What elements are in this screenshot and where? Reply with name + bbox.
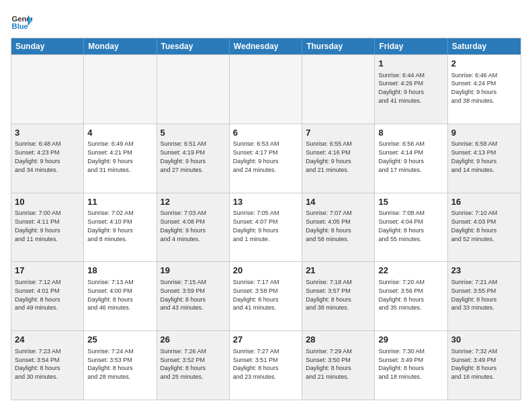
day-number: 10 bbox=[15, 196, 80, 208]
calendar-cell-empty-0-4 bbox=[302, 55, 375, 124]
day-info: Sunrise: 7:30 AM Sunset: 3:49 PM Dayligh… bbox=[378, 348, 425, 380]
calendar-header: SundayMondayTuesdayWednesdayThursdayFrid… bbox=[11, 38, 521, 54]
calendar-row-5: 24Sunrise: 7:23 AM Sunset: 3:54 PM Dayli… bbox=[11, 330, 521, 400]
day-number: 13 bbox=[233, 196, 298, 208]
day-info: Sunrise: 6:56 AM Sunset: 4:14 PM Dayligh… bbox=[378, 140, 425, 173]
calendar-cell-day-2: 2Sunrise: 6:46 AM Sunset: 4:24 PM Daylig… bbox=[448, 55, 521, 124]
day-info: Sunrise: 6:44 AM Sunset: 4:26 PM Dayligh… bbox=[378, 72, 425, 104]
day-number: 21 bbox=[306, 265, 371, 277]
calendar-cell-day-27: 27Sunrise: 7:27 AM Sunset: 3:51 PM Dayli… bbox=[230, 331, 302, 400]
calendar-cell-day-19: 19Sunrise: 7:15 AM Sunset: 3:59 PM Dayli… bbox=[157, 262, 230, 330]
svg-text:Blue: Blue bbox=[12, 22, 28, 30]
calendar-cell-day-30: 30Sunrise: 7:32 AM Sunset: 3:49 PM Dayli… bbox=[448, 331, 521, 400]
calendar-cell-day-3: 3Sunrise: 6:48 AM Sunset: 4:23 PM Daylig… bbox=[11, 124, 84, 193]
day-info: Sunrise: 7:00 AM Sunset: 4:11 PM Dayligh… bbox=[15, 210, 61, 242]
calendar-cell-day-10: 10Sunrise: 7:00 AM Sunset: 4:11 PM Dayli… bbox=[11, 193, 84, 262]
header-day-thursday: Thursday bbox=[302, 38, 375, 54]
calendar-cell-day-4: 4Sunrise: 6:49 AM Sunset: 4:21 PM Daylig… bbox=[84, 124, 157, 193]
calendar-cell-day-29: 29Sunrise: 7:30 AM Sunset: 3:49 PM Dayli… bbox=[375, 331, 447, 400]
calendar-cell-day-9: 9Sunrise: 6:58 AM Sunset: 4:13 PM Daylig… bbox=[448, 124, 521, 193]
day-info: Sunrise: 7:13 AM Sunset: 4:00 PM Dayligh… bbox=[87, 279, 134, 311]
day-number: 6 bbox=[233, 127, 298, 139]
day-number: 29 bbox=[378, 334, 443, 346]
calendar-row-4: 17Sunrise: 7:12 AM Sunset: 4:01 PM Dayli… bbox=[11, 261, 521, 330]
calendar-cell-day-6: 6Sunrise: 6:53 AM Sunset: 4:17 PM Daylig… bbox=[230, 124, 302, 193]
day-info: Sunrise: 7:12 AM Sunset: 4:01 PM Dayligh… bbox=[15, 279, 61, 311]
day-number: 17 bbox=[15, 265, 80, 277]
day-number: 19 bbox=[161, 265, 226, 277]
calendar-row-1: 1Sunrise: 6:44 AM Sunset: 4:26 PM Daylig… bbox=[11, 54, 521, 124]
calendar-cell-day-28: 28Sunrise: 7:29 AM Sunset: 3:50 PM Dayli… bbox=[302, 331, 375, 400]
calendar-cell-day-15: 15Sunrise: 7:08 AM Sunset: 4:04 PM Dayli… bbox=[375, 193, 447, 262]
day-number: 14 bbox=[306, 196, 371, 208]
calendar-row-3: 10Sunrise: 7:00 AM Sunset: 4:11 PM Dayli… bbox=[11, 193, 521, 262]
header-day-saturday: Saturday bbox=[448, 38, 521, 54]
day-number: 15 bbox=[378, 196, 443, 208]
header-day-friday: Friday bbox=[375, 38, 447, 54]
day-number: 3 bbox=[15, 127, 80, 139]
day-info: Sunrise: 7:15 AM Sunset: 3:59 PM Dayligh… bbox=[161, 279, 207, 311]
day-number: 11 bbox=[87, 196, 152, 208]
day-info: Sunrise: 6:55 AM Sunset: 4:16 PM Dayligh… bbox=[306, 140, 352, 173]
logo-icon: General Blue bbox=[11, 11, 32, 32]
day-info: Sunrise: 7:29 AM Sunset: 3:50 PM Dayligh… bbox=[306, 348, 352, 380]
day-number: 24 bbox=[15, 334, 80, 346]
day-info: Sunrise: 7:10 AM Sunset: 4:03 PM Dayligh… bbox=[451, 210, 498, 242]
day-info: Sunrise: 7:18 AM Sunset: 3:57 PM Dayligh… bbox=[306, 279, 352, 311]
calendar-cell-day-1: 1Sunrise: 6:44 AM Sunset: 4:26 PM Daylig… bbox=[375, 55, 447, 124]
day-number: 26 bbox=[161, 334, 226, 346]
calendar-row-2: 3Sunrise: 6:48 AM Sunset: 4:23 PM Daylig… bbox=[11, 124, 521, 193]
day-info: Sunrise: 7:03 AM Sunset: 4:08 PM Dayligh… bbox=[161, 210, 207, 242]
day-info: Sunrise: 7:07 AM Sunset: 4:05 PM Dayligh… bbox=[306, 210, 352, 242]
day-number: 16 bbox=[451, 196, 517, 208]
calendar-cell-day-13: 13Sunrise: 7:05 AM Sunset: 4:07 PM Dayli… bbox=[230, 193, 302, 262]
day-number: 25 bbox=[87, 334, 152, 346]
day-info: Sunrise: 7:20 AM Sunset: 3:56 PM Dayligh… bbox=[378, 279, 425, 311]
day-number: 20 bbox=[233, 265, 298, 277]
logo: General Blue bbox=[11, 11, 35, 32]
day-info: Sunrise: 7:21 AM Sunset: 3:55 PM Dayligh… bbox=[451, 279, 498, 311]
calendar-cell-day-21: 21Sunrise: 7:18 AM Sunset: 3:57 PM Dayli… bbox=[302, 262, 375, 330]
day-number: 22 bbox=[378, 265, 443, 277]
calendar-cell-empty-0-2 bbox=[157, 55, 230, 124]
calendar-cell-day-5: 5Sunrise: 6:51 AM Sunset: 4:19 PM Daylig… bbox=[157, 124, 230, 193]
day-info: Sunrise: 7:23 AM Sunset: 3:54 PM Dayligh… bbox=[15, 348, 61, 380]
day-info: Sunrise: 7:27 AM Sunset: 3:51 PM Dayligh… bbox=[233, 348, 279, 380]
day-number: 9 bbox=[451, 127, 517, 139]
calendar-cell-day-23: 23Sunrise: 7:21 AM Sunset: 3:55 PM Dayli… bbox=[448, 262, 521, 330]
calendar-cell-day-7: 7Sunrise: 6:55 AM Sunset: 4:16 PM Daylig… bbox=[302, 124, 375, 193]
header-day-monday: Monday bbox=[84, 38, 157, 54]
calendar-cell-day-14: 14Sunrise: 7:07 AM Sunset: 4:05 PM Dayli… bbox=[302, 193, 375, 262]
day-info: Sunrise: 7:17 AM Sunset: 3:58 PM Dayligh… bbox=[233, 279, 279, 311]
day-number: 2 bbox=[451, 58, 517, 70]
day-info: Sunrise: 7:05 AM Sunset: 4:07 PM Dayligh… bbox=[233, 210, 279, 242]
header-day-tuesday: Tuesday bbox=[157, 38, 230, 54]
day-number: 1 bbox=[378, 58, 443, 70]
calendar-cell-day-25: 25Sunrise: 7:24 AM Sunset: 3:53 PM Dayli… bbox=[84, 331, 157, 400]
day-number: 7 bbox=[306, 127, 371, 139]
day-info: Sunrise: 7:26 AM Sunset: 3:52 PM Dayligh… bbox=[161, 348, 207, 380]
day-number: 5 bbox=[161, 127, 226, 139]
calendar-cell-day-11: 11Sunrise: 7:02 AM Sunset: 4:10 PM Dayli… bbox=[84, 193, 157, 262]
calendar-body: 1Sunrise: 6:44 AM Sunset: 4:26 PM Daylig… bbox=[11, 54, 521, 400]
calendar-cell-day-17: 17Sunrise: 7:12 AM Sunset: 4:01 PM Dayli… bbox=[11, 262, 84, 330]
calendar-cell-day-12: 12Sunrise: 7:03 AM Sunset: 4:08 PM Dayli… bbox=[157, 193, 230, 262]
calendar-cell-day-26: 26Sunrise: 7:26 AM Sunset: 3:52 PM Dayli… bbox=[157, 331, 230, 400]
day-number: 8 bbox=[378, 127, 443, 139]
header-day-sunday: Sunday bbox=[11, 38, 84, 54]
day-number: 4 bbox=[87, 127, 152, 139]
calendar: SundayMondayTuesdayWednesdayThursdayFrid… bbox=[11, 38, 521, 400]
calendar-cell-day-16: 16Sunrise: 7:10 AM Sunset: 4:03 PM Dayli… bbox=[448, 193, 521, 262]
day-info: Sunrise: 6:49 AM Sunset: 4:21 PM Dayligh… bbox=[87, 140, 134, 173]
day-info: Sunrise: 7:08 AM Sunset: 4:04 PM Dayligh… bbox=[378, 210, 425, 242]
day-info: Sunrise: 6:51 AM Sunset: 4:19 PM Dayligh… bbox=[161, 140, 207, 173]
day-info: Sunrise: 7:02 AM Sunset: 4:10 PM Dayligh… bbox=[87, 210, 134, 242]
header-day-wednesday: Wednesday bbox=[230, 38, 302, 54]
calendar-cell-empty-0-3 bbox=[230, 55, 302, 124]
day-number: 12 bbox=[161, 196, 226, 208]
calendar-cell-day-18: 18Sunrise: 7:13 AM Sunset: 4:00 PM Dayli… bbox=[84, 262, 157, 330]
day-number: 18 bbox=[87, 265, 152, 277]
day-info: Sunrise: 7:24 AM Sunset: 3:53 PM Dayligh… bbox=[87, 348, 134, 380]
calendar-cell-empty-0-1 bbox=[84, 55, 157, 124]
day-info: Sunrise: 6:58 AM Sunset: 4:13 PM Dayligh… bbox=[451, 140, 498, 173]
